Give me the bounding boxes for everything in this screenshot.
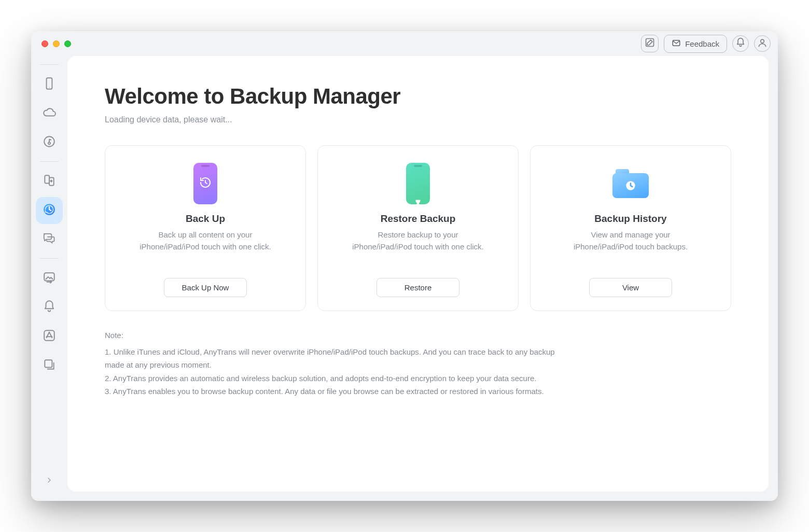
- sidebar-item-transfer[interactable]: [36, 168, 63, 195]
- page-title: Welcome to Backup Manager: [105, 84, 731, 109]
- sidebar-divider: [40, 64, 59, 65]
- mail-icon: [672, 38, 681, 49]
- sidebar-item-ringtone[interactable]: [36, 294, 63, 321]
- window-close-button[interactable]: [41, 40, 48, 47]
- compose-icon: [645, 37, 655, 50]
- sidebar-item-cloud[interactable]: [36, 100, 63, 127]
- window-controls: [38, 40, 71, 47]
- compose-button[interactable]: [641, 35, 659, 52]
- svg-point-4: [49, 87, 49, 88]
- cards-row: Back Up Back up all content on your iPho…: [105, 145, 731, 311]
- history-folder-icon: [610, 162, 651, 205]
- backup-clock-icon: [43, 203, 56, 218]
- backup-phone-icon: [191, 162, 220, 205]
- music-icon: [43, 135, 56, 150]
- phone-icon: [43, 77, 56, 92]
- card-title: Restore Backup: [381, 213, 456, 225]
- feedback-button[interactable]: Feedback: [664, 35, 727, 53]
- sidebar-item-media[interactable]: [36, 129, 63, 156]
- cloud-icon: [43, 106, 56, 121]
- appstore-icon: [43, 329, 56, 344]
- svg-rect-11: [45, 360, 52, 367]
- note-item: 3. AnyTrans enables you to browse backup…: [105, 385, 566, 398]
- sidebar: [31, 56, 67, 501]
- sidebar-divider: [40, 161, 59, 162]
- content-area: Welcome to Backup Manager Loading device…: [67, 56, 778, 501]
- user-icon: [757, 37, 768, 50]
- sidebar-item-device[interactable]: [36, 71, 63, 98]
- sidebar-item-mirror[interactable]: [36, 352, 63, 379]
- card-desc: Restore backup to your iPhone/iPad/iPod …: [351, 229, 485, 253]
- titlebar: Feedback: [31, 31, 778, 56]
- sidebar-item-backup[interactable]: [36, 197, 63, 224]
- main-panel: Welcome to Backup Manager Loading device…: [67, 56, 769, 492]
- notifications-button[interactable]: [732, 35, 749, 52]
- chat-icon: [43, 232, 56, 247]
- sidebar-item-photos[interactable]: [36, 265, 63, 292]
- restore-button[interactable]: Restore: [376, 278, 459, 297]
- note-item: 2. AnyTrans provides an automatic and wi…: [105, 372, 566, 385]
- card-desc: Back up all content on your iPhone/iPad/…: [138, 229, 273, 253]
- svg-rect-9: [44, 273, 54, 281]
- window-zoom-button[interactable]: [64, 40, 71, 47]
- notes-heading: Note:: [105, 329, 566, 342]
- view-history-button[interactable]: View: [589, 278, 672, 297]
- screens-icon: [43, 358, 56, 373]
- restore-phone-icon: [403, 162, 433, 205]
- notes-section: Note: 1. Unlike iTunes and iCloud, AnyTr…: [105, 329, 566, 398]
- feedback-label: Feedback: [685, 39, 719, 48]
- transfer-icon: [43, 174, 56, 189]
- app-window: Feedback: [31, 31, 778, 501]
- card-backup: Back Up Back up all content on your iPho…: [105, 145, 306, 311]
- sidebar-item-messages[interactable]: [36, 226, 63, 253]
- window-minimize-button[interactable]: [53, 40, 60, 47]
- chevron-right-icon: [45, 476, 53, 486]
- svg-rect-6: [45, 175, 49, 183]
- bell-icon: [735, 37, 746, 50]
- svg-point-2: [761, 39, 764, 43]
- card-title: Backup History: [594, 213, 666, 225]
- card-restore: Restore Backup Restore backup to your iP…: [317, 145, 519, 311]
- sidebar-item-apps[interactable]: [36, 323, 63, 350]
- photo-transfer-icon: [43, 271, 56, 286]
- card-desc: View and manage your iPhone/iPad/iPod to…: [563, 229, 698, 253]
- card-title: Back Up: [186, 213, 225, 225]
- sidebar-divider: [40, 258, 59, 259]
- backup-now-button[interactable]: Back Up Now: [164, 278, 247, 297]
- note-item: 1. Unlike iTunes and iCloud, AnyTrans wi…: [105, 345, 566, 372]
- page-subtitle: Loading device data, please wait...: [105, 115, 731, 124]
- account-button[interactable]: [754, 35, 771, 52]
- bell-outline-icon: [43, 300, 56, 315]
- sidebar-collapse-toggle[interactable]: [39, 471, 60, 492]
- card-history: Backup History View and manage your iPho…: [530, 145, 731, 311]
